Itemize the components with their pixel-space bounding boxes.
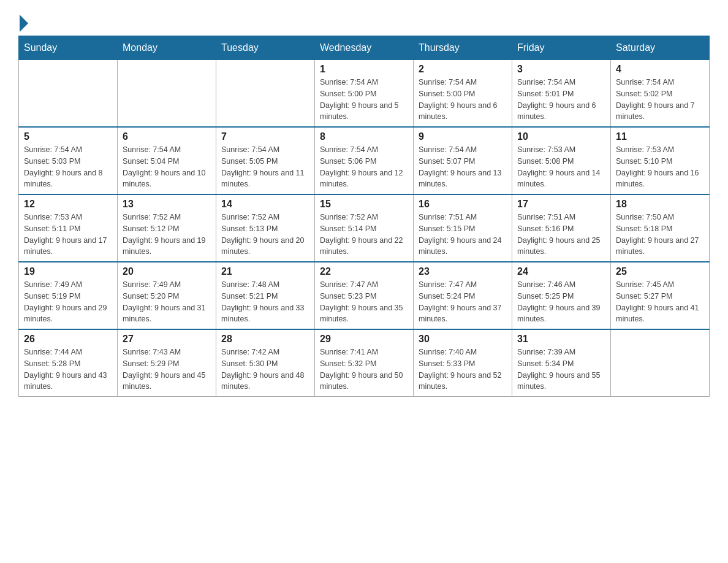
calendar-cell: 25Sunrise: 7:45 AM Sunset: 5:27 PM Dayli… xyxy=(611,262,710,329)
day-info: Sunrise: 7:54 AM Sunset: 5:03 PM Dayligh… xyxy=(24,144,112,190)
day-info: Sunrise: 7:54 AM Sunset: 5:04 PM Dayligh… xyxy=(123,144,211,190)
day-number: 27 xyxy=(123,334,211,345)
day-number: 15 xyxy=(320,199,408,210)
day-number: 3 xyxy=(517,64,605,75)
calendar-cell: 28Sunrise: 7:42 AM Sunset: 5:30 PM Dayli… xyxy=(216,329,315,397)
day-of-week-header: Wednesday xyxy=(315,36,414,60)
calendar-cell: 9Sunrise: 7:54 AM Sunset: 5:07 PM Daylig… xyxy=(414,127,512,194)
calendar-cell: 12Sunrise: 7:53 AM Sunset: 5:11 PM Dayli… xyxy=(19,194,118,262)
day-number: 4 xyxy=(616,64,704,75)
calendar-cell: 24Sunrise: 7:46 AM Sunset: 5:25 PM Dayli… xyxy=(512,262,611,329)
day-info: Sunrise: 7:46 AM Sunset: 5:25 PM Dayligh… xyxy=(517,279,605,325)
day-info: Sunrise: 7:44 AM Sunset: 5:28 PM Dayligh… xyxy=(24,347,112,393)
day-info: Sunrise: 7:47 AM Sunset: 5:24 PM Dayligh… xyxy=(419,279,507,325)
day-of-week-header: Thursday xyxy=(414,36,512,60)
day-info: Sunrise: 7:54 AM Sunset: 5:00 PM Dayligh… xyxy=(419,77,507,123)
day-info: Sunrise: 7:51 AM Sunset: 5:15 PM Dayligh… xyxy=(419,212,507,258)
day-info: Sunrise: 7:52 AM Sunset: 5:14 PM Dayligh… xyxy=(320,212,408,258)
day-number: 31 xyxy=(517,334,605,345)
calendar-cell: 26Sunrise: 7:44 AM Sunset: 5:28 PM Dayli… xyxy=(19,329,118,397)
day-info: Sunrise: 7:54 AM Sunset: 5:01 PM Dayligh… xyxy=(517,77,605,123)
day-info: Sunrise: 7:54 AM Sunset: 5:06 PM Dayligh… xyxy=(320,144,408,190)
calendar-cell xyxy=(118,60,216,128)
calendar-cell: 13Sunrise: 7:52 AM Sunset: 5:12 PM Dayli… xyxy=(118,194,216,262)
calendar-cell: 19Sunrise: 7:49 AM Sunset: 5:19 PM Dayli… xyxy=(19,262,118,329)
day-info: Sunrise: 7:53 AM Sunset: 5:10 PM Dayligh… xyxy=(616,144,704,190)
day-info: Sunrise: 7:45 AM Sunset: 5:27 PM Dayligh… xyxy=(616,279,704,325)
day-info: Sunrise: 7:50 AM Sunset: 5:18 PM Dayligh… xyxy=(616,212,704,258)
day-number: 1 xyxy=(320,64,408,75)
day-number: 23 xyxy=(419,266,507,277)
day-info: Sunrise: 7:54 AM Sunset: 5:07 PM Dayligh… xyxy=(419,144,507,190)
calendar-cell: 3Sunrise: 7:54 AM Sunset: 5:01 PM Daylig… xyxy=(512,60,611,128)
day-number: 12 xyxy=(24,199,112,210)
calendar-cell: 14Sunrise: 7:52 AM Sunset: 5:13 PM Dayli… xyxy=(216,194,315,262)
calendar-cell: 4Sunrise: 7:54 AM Sunset: 5:02 PM Daylig… xyxy=(611,60,710,128)
day-info: Sunrise: 7:53 AM Sunset: 5:08 PM Dayligh… xyxy=(517,144,605,190)
calendar-cell: 23Sunrise: 7:47 AM Sunset: 5:24 PM Dayli… xyxy=(414,262,512,329)
day-info: Sunrise: 7:52 AM Sunset: 5:12 PM Dayligh… xyxy=(123,212,211,258)
day-info: Sunrise: 7:51 AM Sunset: 5:16 PM Dayligh… xyxy=(517,212,605,258)
day-info: Sunrise: 7:54 AM Sunset: 5:05 PM Dayligh… xyxy=(221,144,309,190)
day-number: 9 xyxy=(419,131,507,142)
day-info: Sunrise: 7:54 AM Sunset: 5:00 PM Dayligh… xyxy=(320,77,408,123)
day-number: 2 xyxy=(419,64,507,75)
day-number: 16 xyxy=(419,199,507,210)
day-number: 5 xyxy=(24,131,112,142)
day-number: 11 xyxy=(616,131,704,142)
calendar-cell xyxy=(611,329,710,397)
day-number: 25 xyxy=(616,266,704,277)
day-info: Sunrise: 7:40 AM Sunset: 5:33 PM Dayligh… xyxy=(419,347,507,393)
calendar-cell: 10Sunrise: 7:53 AM Sunset: 5:08 PM Dayli… xyxy=(512,127,611,194)
calendar-cell: 18Sunrise: 7:50 AM Sunset: 5:18 PM Dayli… xyxy=(611,194,710,262)
calendar-cell: 22Sunrise: 7:47 AM Sunset: 5:23 PM Dayli… xyxy=(315,262,414,329)
calendar-table: SundayMondayTuesdayWednesdayThursdayFrid… xyxy=(18,36,710,397)
day-number: 8 xyxy=(320,131,408,142)
calendar-cell: 2Sunrise: 7:54 AM Sunset: 5:00 PM Daylig… xyxy=(414,60,512,128)
calendar-cell: 15Sunrise: 7:52 AM Sunset: 5:14 PM Dayli… xyxy=(315,194,414,262)
day-number: 19 xyxy=(24,266,112,277)
day-of-week-header: Saturday xyxy=(611,36,710,60)
calendar-cell: 11Sunrise: 7:53 AM Sunset: 5:10 PM Dayli… xyxy=(611,127,710,194)
day-info: Sunrise: 7:43 AM Sunset: 5:29 PM Dayligh… xyxy=(123,347,211,393)
calendar-cell: 27Sunrise: 7:43 AM Sunset: 5:29 PM Dayli… xyxy=(118,329,216,397)
day-number: 13 xyxy=(123,199,211,210)
day-info: Sunrise: 7:39 AM Sunset: 5:34 PM Dayligh… xyxy=(517,347,605,393)
day-number: 21 xyxy=(221,266,309,277)
day-info: Sunrise: 7:48 AM Sunset: 5:21 PM Dayligh… xyxy=(221,279,309,325)
day-of-week-header: Friday xyxy=(512,36,611,60)
day-number: 30 xyxy=(419,334,507,345)
day-number: 22 xyxy=(320,266,408,277)
day-number: 17 xyxy=(517,199,605,210)
day-info: Sunrise: 7:41 AM Sunset: 5:32 PM Dayligh… xyxy=(320,347,408,393)
day-number: 6 xyxy=(123,131,211,142)
calendar-cell: 5Sunrise: 7:54 AM Sunset: 5:03 PM Daylig… xyxy=(19,127,118,194)
calendar-cell: 30Sunrise: 7:40 AM Sunset: 5:33 PM Dayli… xyxy=(414,329,512,397)
day-info: Sunrise: 7:52 AM Sunset: 5:13 PM Dayligh… xyxy=(221,212,309,258)
calendar-cell: 31Sunrise: 7:39 AM Sunset: 5:34 PM Dayli… xyxy=(512,329,611,397)
day-number: 24 xyxy=(517,266,605,277)
calendar-cell: 6Sunrise: 7:54 AM Sunset: 5:04 PM Daylig… xyxy=(118,127,216,194)
day-of-week-header: Sunday xyxy=(19,36,118,60)
calendar-cell: 1Sunrise: 7:54 AM Sunset: 5:00 PM Daylig… xyxy=(315,60,414,128)
calendar-cell xyxy=(216,60,315,128)
day-of-week-header: Monday xyxy=(118,36,216,60)
day-number: 14 xyxy=(221,199,309,210)
calendar-cell: 20Sunrise: 7:49 AM Sunset: 5:20 PM Dayli… xyxy=(118,262,216,329)
calendar-cell: 17Sunrise: 7:51 AM Sunset: 5:16 PM Dayli… xyxy=(512,194,611,262)
calendar-cell: 21Sunrise: 7:48 AM Sunset: 5:21 PM Dayli… xyxy=(216,262,315,329)
day-number: 18 xyxy=(616,199,704,210)
page-header xyxy=(18,12,710,29)
day-info: Sunrise: 7:47 AM Sunset: 5:23 PM Dayligh… xyxy=(320,279,408,325)
day-of-week-header: Tuesday xyxy=(216,36,315,60)
day-number: 28 xyxy=(221,334,309,345)
logo-arrow-icon xyxy=(20,15,28,32)
calendar-cell: 29Sunrise: 7:41 AM Sunset: 5:32 PM Dayli… xyxy=(315,329,414,397)
day-number: 29 xyxy=(320,334,408,345)
day-info: Sunrise: 7:49 AM Sunset: 5:20 PM Dayligh… xyxy=(123,279,211,325)
calendar-cell: 8Sunrise: 7:54 AM Sunset: 5:06 PM Daylig… xyxy=(315,127,414,194)
day-number: 20 xyxy=(123,266,211,277)
calendar-cell xyxy=(19,60,118,128)
logo xyxy=(18,12,28,29)
day-number: 7 xyxy=(221,131,309,142)
